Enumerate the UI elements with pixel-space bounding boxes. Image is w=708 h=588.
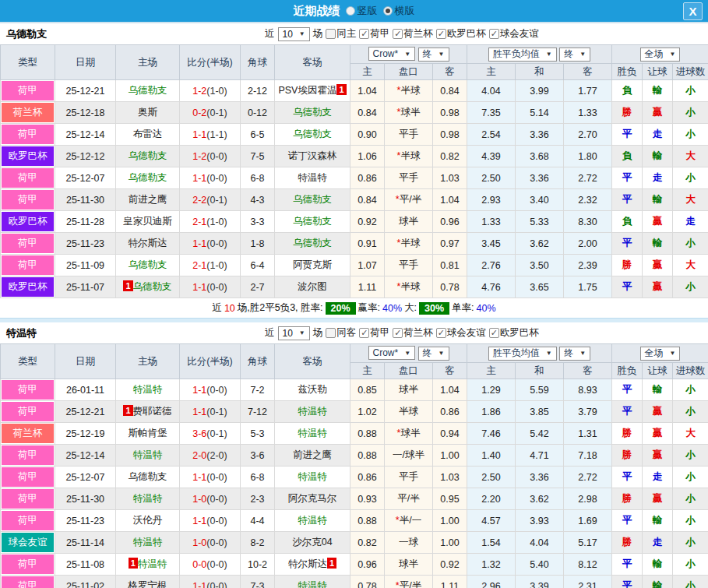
- red-card-badge: 1: [336, 84, 346, 95]
- score-halftime: (0-0): [206, 472, 227, 483]
- match-score: 1-1(1-1): [180, 124, 241, 146]
- filter-suffix-label: 场: [313, 326, 323, 340]
- match-row: 欧罗巴杯25-11-28皇家贝迪斯2-1(1-0)3-3乌德勒支0.92球半0.…: [1, 211, 708, 233]
- result-wdl: 平: [612, 124, 643, 146]
- avg-away: 2.72: [564, 467, 612, 488]
- away-team: 兹沃勒: [275, 379, 350, 401]
- result-goals: 小: [673, 102, 708, 124]
- odds-home: 0.93: [350, 488, 385, 510]
- team-bar-2: 特温特 近 10▼ 场 ✓ 同客 ✓荷甲✓荷兰杯✓球会友谊✓欧罗巴杯: [0, 322, 708, 343]
- result-mark: 小: [685, 238, 696, 248]
- league-checkbox[interactable]: ✓: [393, 328, 403, 338]
- result-mark: 小: [685, 537, 696, 548]
- layout-radio-vertical[interactable]: 竖版: [346, 4, 378, 18]
- score-fulltime: 1-1: [192, 282, 206, 293]
- avg-away: 2.31: [564, 576, 612, 588]
- league-checkbox[interactable]: ✓: [489, 29, 499, 39]
- league-checkbox[interactable]: ✓: [489, 328, 499, 338]
- league-checkbox[interactable]: ✓: [359, 328, 369, 338]
- avg-final-select[interactable]: 终▼: [559, 347, 590, 361]
- odds-company-select[interactable]: Crow*▼: [368, 346, 416, 360]
- match-date: 25-12-21: [55, 401, 116, 423]
- corners-cell: 0-12: [241, 102, 275, 124]
- avg-draw: 3.39: [516, 576, 564, 588]
- match-score: 1-1(0-1): [180, 401, 241, 423]
- league-filter-item: ✓欧罗巴杯: [436, 27, 486, 40]
- avg-home: 2.93: [467, 189, 516, 211]
- score-fulltime: 1-0: [192, 494, 206, 505]
- team-section-2: 特温特 近 10▼ 场 ✓ 同客 ✓荷甲✓荷兰杯✓球会友谊✓欧罗巴杯 类型 日期: [0, 322, 708, 588]
- result-mark: 走: [685, 216, 696, 227]
- score-halftime: (1-0): [206, 86, 227, 97]
- result-mark: 平: [622, 515, 632, 526]
- avg-draw: 3.85: [516, 401, 564, 423]
- result-mark: 平: [622, 580, 632, 588]
- away-team: 特温特: [275, 401, 350, 423]
- result-mark: 勝: [622, 493, 632, 504]
- score-halftime: (2-0): [206, 450, 227, 461]
- odds-home: 1.04: [350, 80, 385, 102]
- avg-final-select[interactable]: 终▼: [559, 48, 590, 62]
- summary-part: 40%: [477, 303, 496, 314]
- close-icon[interactable]: X: [683, 2, 703, 20]
- score-fulltime: 1-1: [192, 581, 206, 588]
- layout-radio-horizontal[interactable]: 横版: [383, 4, 415, 18]
- away-team: 特温特: [275, 576, 350, 588]
- result-mark: 贏: [653, 406, 663, 417]
- same-venue-checkbox[interactable]: ✓: [326, 29, 336, 39]
- match-count-select[interactable]: 10▼: [278, 326, 310, 340]
- avg-type-select[interactable]: 胜平负均值▼: [488, 48, 557, 62]
- result-mark: 平: [622, 172, 632, 183]
- result-handicap: 輸: [643, 554, 673, 576]
- home-team-name: 斯帕肯堡: [129, 428, 167, 438]
- summary-part: 30%: [419, 302, 449, 315]
- popup-title: 近期战绩: [294, 4, 340, 19]
- odds-final-select[interactable]: 终▼: [418, 48, 449, 62]
- league-checkbox[interactable]: ✓: [359, 29, 369, 39]
- home-team: 布雷达: [116, 124, 180, 146]
- league-badge: 荷甲: [2, 190, 54, 209]
- result-goals: 大: [673, 423, 708, 445]
- away-team-name: 阿贾克斯: [293, 259, 332, 270]
- avg-type-select[interactable]: 胜平负均值▼: [488, 347, 557, 361]
- odds-final-select[interactable]: 终▼: [418, 347, 449, 361]
- result-mark: 小: [685, 449, 696, 460]
- match-row: 欧罗巴杯25-11-071乌德勒支1-1(0-0)2-7波尔图1.11*半球0.…: [1, 276, 708, 298]
- away-team: 特温特: [275, 167, 350, 189]
- score-fulltime: 1-2: [192, 86, 206, 97]
- match-score: 2-1(1-0): [180, 211, 241, 233]
- same-venue-checkbox[interactable]: ✓: [326, 328, 336, 338]
- match-count-select[interactable]: 10▼: [278, 27, 310, 41]
- radio-icon[interactable]: [346, 6, 355, 16]
- odds-handicap: *平/半: [385, 576, 433, 588]
- score-halftime: (0-0): [206, 581, 227, 588]
- odds-company-select[interactable]: Crow*▼: [368, 47, 416, 61]
- league-checkbox[interactable]: ✓: [436, 328, 446, 338]
- odds-away: 0.97: [433, 233, 467, 255]
- avg-away: 1.69: [564, 510, 612, 532]
- result-mark: 平: [622, 558, 632, 569]
- avg-home: 1.86: [467, 401, 516, 423]
- radio-selected-icon[interactable]: [383, 6, 393, 16]
- league-type-cell: 荷甲: [1, 401, 55, 423]
- home-team-name: 布雷达: [133, 129, 163, 139]
- result-mark: 大: [685, 259, 696, 270]
- odds-home: 0.82: [350, 532, 385, 554]
- league-badge: 欧罗巴杯: [2, 146, 54, 166]
- home-team: 奥斯: [116, 102, 180, 124]
- league-checkbox[interactable]: ✓: [436, 29, 446, 39]
- col-header-home: 主场: [116, 45, 180, 80]
- scope-select[interactable]: 全场▼: [640, 347, 681, 361]
- score-fulltime: 0-0: [192, 559, 206, 570]
- result-goals: 大: [673, 255, 708, 276]
- home-team: 乌德勒支: [116, 167, 180, 189]
- red-card-badge: 1: [123, 280, 132, 291]
- league-checkbox[interactable]: ✓: [393, 29, 403, 39]
- league-badge: 荷甲: [2, 445, 54, 465]
- result-handicap: 贏: [643, 423, 673, 445]
- scope-select[interactable]: 全场▼: [640, 48, 681, 62]
- col-header-home: 主场: [116, 344, 180, 379]
- result-goals: 小: [673, 576, 708, 588]
- home-team: 皇家贝迪斯: [116, 211, 180, 233]
- result-handicap: 輸: [643, 233, 673, 255]
